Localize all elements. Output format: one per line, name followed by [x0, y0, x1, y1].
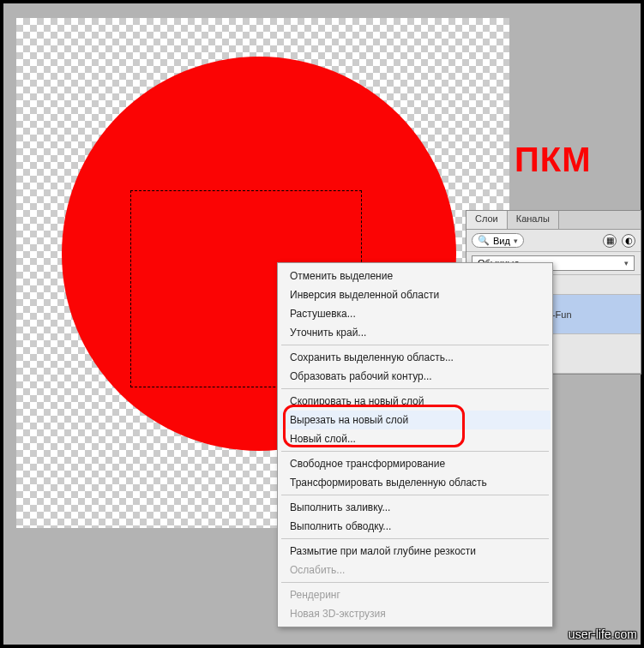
menu-separator	[281, 388, 549, 389]
menu-deselect[interactable]: Отменить выделение	[280, 267, 551, 285]
menu-make-work-path[interactable]: Образовать рабочий контур...	[280, 367, 551, 386]
tab-channels[interactable]: Каналы	[508, 211, 559, 229]
menu-separator	[281, 495, 549, 495]
menu-feather[interactable]: Растушевка...	[280, 304, 551, 323]
menu-refine-edge[interactable]: Уточнить край...	[280, 323, 551, 342]
menu-separator	[281, 538, 549, 539]
menu-new-3d-extrusion: Новая 3D-экструзия	[280, 604, 551, 623]
context-menu: Отменить выделение Инверсия выделенной о…	[277, 262, 553, 627]
chevron-down-icon: ▾	[624, 259, 629, 267]
watermark: user-life.com	[569, 627, 637, 641]
menu-fill[interactable]: Выполнить заливку...	[280, 498, 551, 517]
menu-inverse[interactable]: Инверсия выделенной области	[280, 285, 551, 304]
filter-pixel-icon[interactable]: ▦	[603, 234, 617, 248]
menu-stroke[interactable]: Выполнить обводку...	[280, 517, 551, 536]
menu-cut-to-new-layer[interactable]: Вырезать на новый слой	[280, 411, 551, 429]
menu-rendering: Рендеринг	[280, 585, 551, 604]
menu-separator	[281, 582, 549, 583]
menu-copy-to-new-layer[interactable]: Скопировать на новый слой	[280, 392, 551, 411]
menu-depth-blur[interactable]: Размытие при малой глубине резкости	[280, 542, 551, 561]
menu-separator	[281, 451, 549, 452]
menu-free-transform[interactable]: Свободное трансформирование	[280, 454, 551, 473]
filter-label: Вид	[493, 236, 510, 246]
tab-layers[interactable]: Слои	[466, 211, 508, 229]
annotation-pkm: ПКМ	[515, 141, 591, 179]
menu-new-layer[interactable]: Новый слой...	[280, 429, 551, 448]
chevron-down-icon: ▾	[514, 237, 518, 245]
panel-tabs: Слои Каналы	[466, 211, 641, 230]
menu-fade: Ослабить...	[280, 561, 551, 579]
menu-separator	[281, 345, 549, 345]
search-icon: 🔍	[478, 235, 490, 246]
menu-save-selection[interactable]: Сохранить выделенную область...	[280, 348, 551, 367]
app-frame: ПКМ Слои Каналы 🔍 Вид ▾ ▦ ◐ Обычные ▾ ✥	[3, 3, 641, 645]
filter-type-select[interactable]: 🔍 Вид ▾	[472, 233, 524, 248]
menu-transform-selection[interactable]: Трансформировать выделенную область	[280, 473, 551, 492]
filter-adjust-icon[interactable]: ◐	[622, 234, 635, 248]
filter-row: 🔍 Вид ▾ ▦ ◐	[466, 230, 641, 252]
